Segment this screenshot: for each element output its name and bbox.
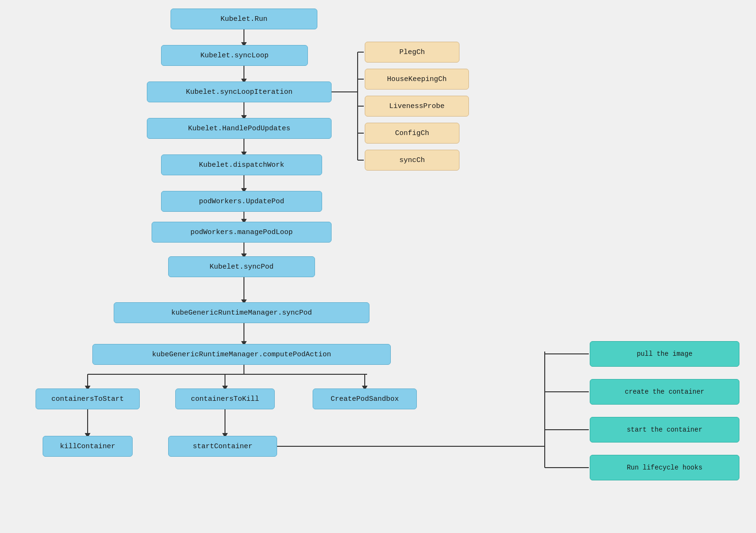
kubelet-syncloop-iter-label: Kubelet.syncLoopIteration <box>186 88 292 96</box>
plegch-node: PlegCh <box>365 42 459 63</box>
kubelet-dispatch-label: Kubelet.dispatchWork <box>199 161 284 169</box>
kill-container-label: killContainer <box>60 443 115 451</box>
kubelet-dispatch-node: Kubelet.dispatchWork <box>161 154 322 175</box>
configch-label: ConfigCh <box>395 129 429 137</box>
liveness-probe-node: LivenessProbe <box>365 96 469 117</box>
start-container-node: startContainer <box>168 436 277 457</box>
liveness-probe-label: LivenessProbe <box>389 102 444 110</box>
pull-image-label: pull the image <box>637 350 693 358</box>
housekeepingch-label: HouseKeepingCh <box>387 75 447 83</box>
pod-workers-manage-label: podWorkers.managePodLoop <box>190 228 293 236</box>
plegch-label: PlegCh <box>399 48 425 56</box>
kube-compute-action-label: kubeGenericRuntimeManager.computePodActi… <box>152 351 331 359</box>
run-lifecycle-hooks-node: Run lifecycle hooks <box>590 455 739 480</box>
create-container-label: create the container <box>625 388 704 396</box>
diagram: Kubelet.Run Kubelet.syncLoop Kubelet.syn… <box>0 0 756 533</box>
kubelet-syncpod-label: Kubelet.syncPod <box>209 263 273 271</box>
syncch-label: syncCh <box>399 156 425 164</box>
kubelet-run-node: Kubelet.Run <box>171 9 317 29</box>
kubelet-run-label: Kubelet.Run <box>220 15 267 23</box>
kube-compute-action-node: kubeGenericRuntimeManager.computePodActi… <box>92 344 391 365</box>
create-pod-sandbox-node: CreatePodSandbox <box>313 388 417 409</box>
kubelet-syncloop-node: Kubelet.syncLoop <box>161 45 308 66</box>
pull-image-node: pull the image <box>590 341 739 367</box>
create-container-node: create the container <box>590 379 739 405</box>
kube-runtime-syncpod-node: kubeGenericRuntimeManager.syncPod <box>114 302 369 323</box>
start-container-label: startContainer <box>193 443 252 451</box>
syncch-node: syncCh <box>365 150 459 171</box>
containers-to-kill-label: containersToKill <box>191 395 259 403</box>
kubelet-syncloop-label: Kubelet.syncLoop <box>200 52 269 60</box>
create-pod-sandbox-label: CreatePodSandbox <box>331 395 399 403</box>
configch-node: ConfigCh <box>365 123 459 144</box>
kill-container-node: killContainer <box>43 436 133 457</box>
pod-workers-manage-node: podWorkers.managePodLoop <box>152 222 332 243</box>
containers-to-start-label: containersToStart <box>51 395 124 403</box>
start-container-teal-node: start the container <box>590 417 739 443</box>
housekeepingch-node: HouseKeepingCh <box>365 69 469 90</box>
pod-workers-update-label: podWorkers.UpdatePod <box>199 198 284 206</box>
kubelet-handle-pod-node: Kubelet.HandlePodUpdates <box>147 118 332 139</box>
pod-workers-update-node: podWorkers.UpdatePod <box>161 191 322 212</box>
run-lifecycle-hooks-label: Run lifecycle hooks <box>627 464 702 471</box>
kubelet-handle-pod-label: Kubelet.HandlePodUpdates <box>188 125 290 133</box>
containers-to-start-node: containersToStart <box>36 388 140 409</box>
start-container-teal-label: start the container <box>627 426 702 434</box>
kube-runtime-syncpod-label: kubeGenericRuntimeManager.syncPod <box>171 309 312 317</box>
kubelet-syncpod-node: Kubelet.syncPod <box>168 256 315 277</box>
containers-to-kill-node: containersToKill <box>175 388 275 409</box>
kubelet-syncloop-iter-node: Kubelet.syncLoopIteration <box>147 81 332 102</box>
